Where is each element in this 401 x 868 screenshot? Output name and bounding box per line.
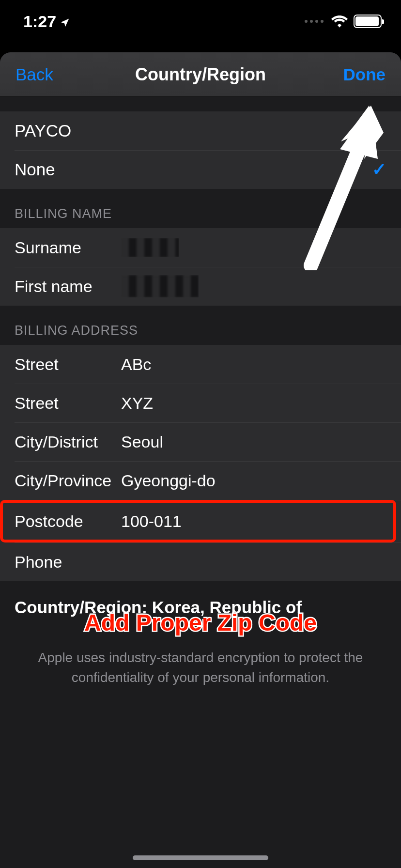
- home-indicator[interactable]: [133, 855, 268, 860]
- city-province-field[interactable]: Gyeonggi-do: [121, 471, 386, 490]
- billing-name-group: Surname First name: [0, 228, 401, 306]
- content-scroll[interactable]: PAYCO None ✓ BILLING NAME Surname First …: [0, 97, 401, 868]
- payment-option-label: PAYCO: [15, 121, 71, 140]
- surname-field[interactable]: [121, 238, 386, 257]
- street1-field[interactable]: ABc: [121, 355, 386, 374]
- settings-sheet: Back Country/Region Done PAYCO None ✓ BI…: [0, 52, 401, 868]
- location-arrow-icon: [60, 12, 70, 31]
- payment-method-group: PAYCO None ✓: [0, 111, 401, 189]
- payment-option-none[interactable]: None ✓: [0, 150, 401, 189]
- wifi-icon: [331, 15, 348, 28]
- billing-address-header: BILLING ADDRESS: [0, 306, 401, 345]
- city-district-field[interactable]: Seoul: [121, 433, 386, 451]
- status-bar: 1:27: [0, 0, 401, 43]
- first-name-field[interactable]: [121, 275, 386, 297]
- battery-icon: [354, 15, 382, 28]
- street1-row[interactable]: Street ABc: [0, 345, 401, 384]
- first-name-row[interactable]: First name: [0, 267, 401, 306]
- status-right: [305, 15, 382, 28]
- first-name-label: First name: [15, 277, 121, 296]
- city-district-label: City/District: [15, 433, 121, 451]
- status-time-group: 1:27: [23, 12, 70, 31]
- status-time: 1:27: [23, 12, 56, 31]
- surname-label: Surname: [15, 238, 121, 257]
- phone-row[interactable]: Phone: [0, 542, 401, 581]
- checkmark-icon: ✓: [372, 159, 386, 180]
- payment-option-payco[interactable]: PAYCO: [0, 111, 401, 150]
- carrier-dots-icon: [305, 20, 324, 23]
- street2-field[interactable]: XYZ: [121, 394, 386, 413]
- street1-label: Street: [15, 355, 121, 374]
- page-title: Country/Region: [0, 64, 401, 85]
- payment-option-label: None: [15, 160, 55, 179]
- city-province-label: City/Province: [15, 471, 121, 490]
- nav-bar: Back Country/Region Done: [0, 52, 401, 97]
- done-button[interactable]: Done: [343, 65, 386, 84]
- footer-note: Apple uses industry-standard encryption …: [0, 634, 401, 702]
- postcode-field[interactable]: 100-011: [121, 512, 386, 531]
- surname-row[interactable]: Surname: [0, 228, 401, 267]
- street2-label: Street: [15, 394, 121, 413]
- street2-row[interactable]: Street XYZ: [0, 384, 401, 422]
- billing-address-group: Street ABc Street XYZ City/District Seou…: [0, 345, 401, 581]
- city-province-row[interactable]: City/Province Gyeonggi-do: [0, 461, 401, 500]
- billing-name-header: BILLING NAME: [0, 189, 401, 228]
- city-district-row[interactable]: City/District Seoul: [0, 422, 401, 461]
- back-button[interactable]: Back: [15, 65, 53, 84]
- phone-label: Phone: [15, 553, 121, 572]
- postcode-label: Postcode: [15, 512, 121, 531]
- country-region-text: Country/Region: Korea, Republic of: [0, 581, 401, 634]
- postcode-row[interactable]: Postcode 100-011: [0, 500, 401, 542]
